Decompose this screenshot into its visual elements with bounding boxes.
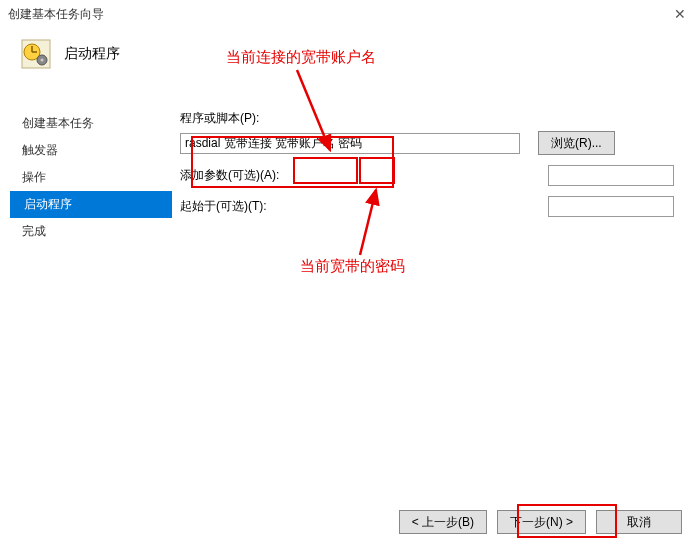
- startin-input[interactable]: [548, 196, 674, 217]
- window-title: 创建基本任务向导: [8, 6, 104, 23]
- sidebar-item-finish[interactable]: 完成: [18, 218, 180, 245]
- startin-label: 起始于(可选)(T):: [180, 198, 348, 215]
- program-input[interactable]: [180, 133, 520, 154]
- main-area: 创建基本任务 触发器 操作 启动程序 完成 程序或脚本(P): 浏览(R)...…: [0, 80, 698, 480]
- args-input[interactable]: [548, 165, 674, 186]
- content-pane: 程序或脚本(P): 浏览(R)... 添加参数(可选)(A): 起始于(可选)(…: [180, 110, 698, 480]
- args-label: 添加参数(可选)(A):: [180, 167, 348, 184]
- program-script-label: 程序或脚本(P):: [180, 110, 280, 127]
- wizard-footer: < 上一步(B) 下一步(N) > 取消: [399, 510, 682, 534]
- wizard-sidebar: 创建基本任务 触发器 操作 启动程序 完成: [0, 110, 180, 480]
- sidebar-item-create[interactable]: 创建基本任务: [18, 110, 180, 137]
- next-button[interactable]: 下一步(N) >: [497, 510, 586, 534]
- cancel-button[interactable]: 取消: [596, 510, 682, 534]
- close-icon[interactable]: ✕: [674, 6, 686, 22]
- sidebar-item-action[interactable]: 操作: [18, 164, 180, 191]
- browse-button[interactable]: 浏览(R)...: [538, 131, 615, 155]
- svg-point-5: [41, 59, 44, 62]
- clock-gear-icon: [20, 38, 52, 70]
- wizard-header: 启动程序: [0, 28, 698, 80]
- sidebar-item-trigger[interactable]: 触发器: [18, 137, 180, 164]
- back-button[interactable]: < 上一步(B): [399, 510, 487, 534]
- page-title: 启动程序: [64, 45, 120, 63]
- sidebar-item-start-program[interactable]: 启动程序: [10, 191, 172, 218]
- titlebar: 创建基本任务向导 ✕: [0, 0, 698, 28]
